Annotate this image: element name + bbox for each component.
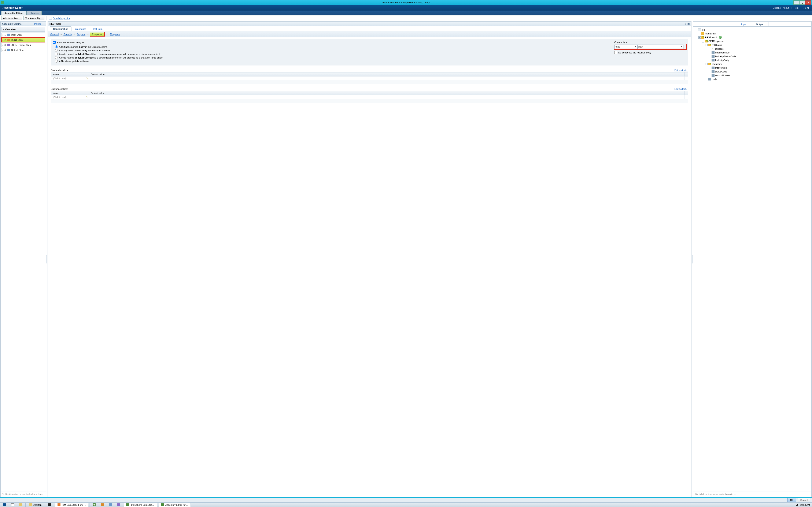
left-splitter[interactable] xyxy=(46,21,48,497)
taskbar-app-assembly-editor[interactable]: Assembly Editor for … xyxy=(159,503,191,507)
step-input[interactable]: ▸ 1. Input Step xyxy=(1,33,45,37)
app-icon xyxy=(101,503,104,506)
tray-clock[interactable]: 10:54 AM xyxy=(800,504,810,506)
tree-node[interactable]: faultHttpStatusCode xyxy=(695,55,810,58)
radio-binary-node-input[interactable] xyxy=(55,49,58,52)
tree-node[interactable]: -statusLine xyxy=(695,62,810,66)
tree-toggle-icon[interactable]: - xyxy=(699,36,701,39)
decompress-checkbox-row: De-compress the received body xyxy=(614,51,686,54)
right-splitter[interactable] xyxy=(692,21,693,497)
step-json-parser[interactable]: ▸ 3. JSON_Parser Step xyxy=(1,43,45,47)
taskbar-desktop[interactable]: Desktop xyxy=(27,503,44,507)
radio-lob-binary-input[interactable] xyxy=(55,53,58,55)
grid-add-row[interactable]: (Click to add) xyxy=(51,95,688,99)
options-link[interactable]: Options xyxy=(773,7,781,9)
tree-node[interactable]: httpVersion xyxy=(695,66,810,70)
tree-node[interactable]: -top xyxy=(695,28,810,32)
tree-node[interactable]: faultHttpBody xyxy=(695,58,810,62)
crumb-mappings[interactable]: Mappings xyxy=(110,33,120,36)
tab-information[interactable]: Information xyxy=(71,26,90,31)
overview-row[interactable]: Overview xyxy=(1,27,45,32)
tab-configuration[interactable]: Configuration xyxy=(50,26,71,31)
taskbar-task-view[interactable] xyxy=(17,503,24,507)
tree-node[interactable]: reasonPhrase xyxy=(695,73,810,77)
taskbar-app-2[interactable] xyxy=(98,503,106,507)
add-cell[interactable]: (Click to add) xyxy=(51,76,89,80)
details-inspector-icon xyxy=(49,17,52,19)
taskbar-separator xyxy=(45,503,45,507)
crumb-security[interactable]: Security xyxy=(63,33,72,36)
content-subtype-select[interactable]: plain ▼ xyxy=(637,45,683,49)
step-output[interactable]: ▸ 4. Output Step xyxy=(1,48,45,52)
add-badge-icon[interactable]: + xyxy=(719,36,722,39)
cancel-button[interactable]: Cancel xyxy=(798,498,810,502)
radio-text-node[interactable]: A text node named body in the Output sch… xyxy=(53,45,606,48)
tab-assembly-editor[interactable]: Assembly Editor xyxy=(1,11,26,15)
details-inspector-link[interactable]: Details Inspector xyxy=(49,17,70,19)
tray-expand-icon[interactable]: ˄ xyxy=(793,503,795,506)
radio-text-node-input[interactable] xyxy=(55,45,58,48)
crumb-request[interactable]: Request xyxy=(77,33,86,36)
tab-input-schema[interactable]: Input xyxy=(736,22,751,26)
crumb-general[interactable]: General xyxy=(50,33,59,36)
group-dec-icon xyxy=(708,44,711,46)
palette-link[interactable]: Palette xyxy=(34,22,44,25)
crumb-response[interactable]: Response xyxy=(90,33,104,36)
tree-node[interactable]: statusCode xyxy=(695,70,810,73)
taskbar-app-4[interactable] xyxy=(114,503,122,507)
radio-file-path-input[interactable] xyxy=(55,60,58,62)
tree-toggle-icon xyxy=(705,78,708,80)
maximize-panel-icon[interactable]: ▣ xyxy=(688,22,690,25)
step-number: 4. xyxy=(4,49,6,51)
tab-test-data[interactable]: Test Data xyxy=(90,26,105,31)
taskbar-chrome[interactable] xyxy=(90,503,98,507)
tab-output-schema[interactable]: Output xyxy=(751,22,768,26)
value-cell[interactable] xyxy=(89,76,685,80)
grid-add-row[interactable]: (Click to add) xyxy=(51,76,688,80)
decompress-checkbox[interactable] xyxy=(614,51,617,54)
close-button[interactable]: ✕ xyxy=(805,0,811,5)
pass-body-checkbox[interactable] xyxy=(53,41,56,44)
radio-binary-node[interactable]: A binary node named body in the Output s… xyxy=(53,49,606,52)
step-rest[interactable]: ▸ 2. REST Step xyxy=(1,38,45,42)
minimize-button[interactable]: — xyxy=(794,0,799,5)
content-type-select[interactable]: text/ ▼ xyxy=(614,45,637,49)
tree-toggle-icon[interactable]: - xyxy=(702,40,704,43)
help-icon[interactable]: ? xyxy=(685,22,686,25)
tree-node[interactable]: -REST:result+ xyxy=(695,36,810,39)
radio-file-path[interactable]: A file whose path is set below xyxy=(53,60,606,62)
test-assembly-button[interactable]: Test Assembly… xyxy=(23,16,44,20)
help-link[interactable]: Help xyxy=(794,7,799,9)
tree-node[interactable]: errorMessage xyxy=(695,51,810,55)
custom-cookies-title-row: Custom cookies: Edit as text… xyxy=(51,88,688,90)
taskbar-app-3[interactable] xyxy=(106,503,114,507)
about-link[interactable]: About xyxy=(783,7,789,9)
radio-lob-char[interactable]: A node named bodyLobObject that a downst… xyxy=(53,56,606,59)
tree-node[interactable]: -callStatus xyxy=(695,43,810,47)
taskbar-terminal[interactable] xyxy=(46,503,53,507)
tree-node[interactable]: InputLinks xyxy=(695,32,810,36)
taskbar-app-datastage[interactable]: IBM DataStage Flow … xyxy=(55,503,88,507)
add-cell[interactable]: (Click to add) xyxy=(51,95,89,99)
tree-node[interactable]: -GETResponse xyxy=(695,39,810,43)
headers-edit-as-text-link[interactable]: Edit as text… xyxy=(674,69,688,71)
taskbar-separator xyxy=(123,503,123,507)
taskbar-start[interactable] xyxy=(1,503,8,507)
administration-button[interactable]: Administration… xyxy=(1,16,22,20)
tree-node[interactable]: ✔success xyxy=(695,47,810,51)
tree-node[interactable]: body xyxy=(695,77,810,81)
tray-network-icon[interactable]: 🖧 xyxy=(796,504,799,506)
radio-lob-binary[interactable]: A node named bodyLobObject that a downst… xyxy=(53,53,606,55)
tree-toggle-icon[interactable]: - xyxy=(705,63,708,65)
tree-toggle-icon[interactable]: - xyxy=(695,29,697,31)
taskbar-app-infosphere[interactable]: InfoSphere DataStag… xyxy=(124,503,157,507)
radio-lob-char-input[interactable] xyxy=(55,56,58,59)
taskbar-search[interactable] xyxy=(9,503,16,507)
tab-libraries[interactable]: Libraries xyxy=(27,11,42,15)
ok-button[interactable]: OK xyxy=(788,498,796,502)
maximize-button[interactable]: ◻ xyxy=(799,0,805,5)
tree-toggle-icon[interactable]: - xyxy=(705,44,708,46)
value-cell[interactable] xyxy=(89,95,685,99)
tree-toggle-icon xyxy=(709,70,711,73)
cookies-edit-as-text-link[interactable]: Edit as text… xyxy=(674,88,688,90)
